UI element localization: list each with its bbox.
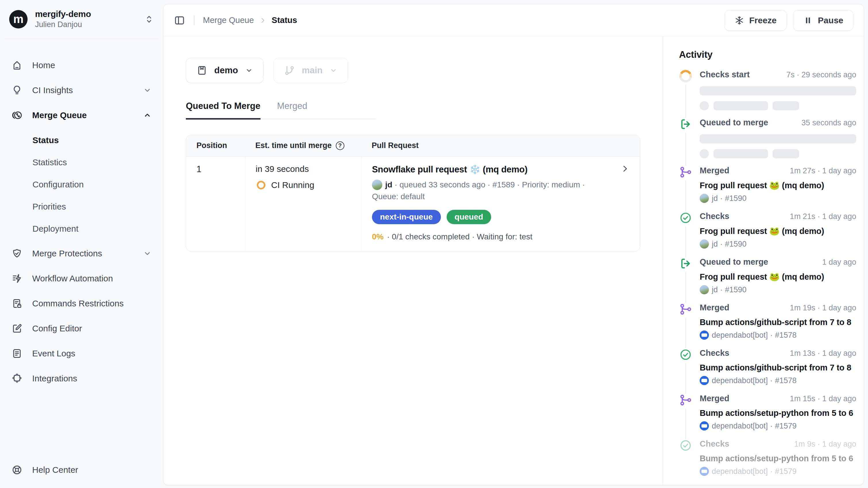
skeleton-bar xyxy=(713,149,768,159)
activity-icon-column xyxy=(679,348,692,394)
ci-status: CI Running xyxy=(256,180,351,191)
activity-pr-number[interactable]: #1579 xyxy=(775,422,797,431)
activity-item[interactable]: Checks1m 21s · 1 day agoFrog pull reques… xyxy=(679,211,856,257)
activity-pr-author: jd·#1590 xyxy=(700,194,856,203)
activity-item[interactable]: Merged1m 15s · 1 day agoBump actions/set… xyxy=(679,394,856,439)
tab-queued-to-merge[interactable]: Queued To Merge xyxy=(186,101,260,120)
snowflake-icon xyxy=(735,16,744,25)
activity-item[interactable]: Checks start7s · 29 seconds ago xyxy=(679,70,856,118)
lightbulb-icon xyxy=(11,85,22,96)
header-actions: Freeze Pause xyxy=(724,10,854,31)
sidebar-item-event-logs[interactable]: Event Logs xyxy=(5,342,159,365)
activity-item[interactable]: Merged1m 27s · 1 day agoFrog pull reques… xyxy=(679,166,856,211)
activity-pr-title[interactable]: Frog pull request 🐸 (mq demo) xyxy=(700,272,856,282)
sidebar-item-statistics[interactable]: Statistics xyxy=(5,151,159,173)
activity-event-title: Merged xyxy=(700,166,729,175)
chevron-right-icon[interactable] xyxy=(620,164,629,173)
pr-author: jd xyxy=(385,180,392,189)
activity-item[interactable]: Queued to merge1 day agoFrog pull reques… xyxy=(679,257,856,303)
sidebar-item-deployment[interactable]: Deployment xyxy=(5,218,159,240)
activity-pr-number[interactable]: #1590 xyxy=(725,194,746,203)
sidebar-nav: HomeCI InsightsMerge QueueStatusStatisti… xyxy=(5,54,159,390)
checks-running-spinner-icon xyxy=(679,70,692,83)
sidebar-item-help-center[interactable]: Help Center xyxy=(5,459,159,481)
git-merge-icon xyxy=(679,166,692,178)
activity-pr-number[interactable]: #1578 xyxy=(775,331,797,340)
activity-author-avatar xyxy=(700,421,709,431)
pause-icon xyxy=(803,16,813,25)
activity-author-avatar xyxy=(700,239,709,249)
freeze-button[interactable]: Freeze xyxy=(724,10,787,31)
activity-icon-column xyxy=(679,166,692,211)
sidebar-item-ci-insights[interactable]: CI Insights xyxy=(5,79,159,102)
sidebar-item-priorities[interactable]: Priorities xyxy=(5,195,159,218)
help-circle-icon[interactable]: ? xyxy=(336,141,344,150)
org-name: mergify-demo xyxy=(35,9,91,19)
chevron-down-icon xyxy=(143,86,152,94)
branch-selector-value: main xyxy=(302,65,322,76)
pr-title[interactable]: Snowflake pull request ❄️ (mq demo) xyxy=(372,164,527,175)
activity-pr-author: dependabot[bot]·#1578 xyxy=(700,331,856,340)
activity-event-time: 1m 9s · 1 day ago xyxy=(794,440,856,449)
sidebar-subitem-label: Statistics xyxy=(32,157,67,167)
sidebar-item-workflow-automation[interactable]: Workflow Automation xyxy=(5,267,159,290)
activity-icon-column xyxy=(679,211,692,257)
breadcrumb-section[interactable]: Merge Queue xyxy=(203,16,254,25)
activity-author-avatar xyxy=(700,467,709,476)
sidebar-item-label: Integrations xyxy=(32,374,77,383)
org-switcher[interactable]: m mergify-demo Julien Danjou xyxy=(5,7,159,39)
activity-pr-author: jd·#1590 xyxy=(700,239,856,249)
activity-item[interactable]: Checks1m 13s · 1 day agoBump actions/git… xyxy=(679,348,856,394)
activity-pr-number[interactable]: #1590 xyxy=(725,240,746,249)
sidebar-item-commands-restrictions[interactable]: Commands Restrictions xyxy=(5,292,159,315)
card-header: Merge Queue Status Freeze Pause xyxy=(163,4,864,36)
activity-pr-title[interactable]: Bump actions/setup-python from 5 to 6 xyxy=(700,454,856,463)
activity-pr-title[interactable]: Bump actions/github-script from 7 to 8 xyxy=(700,363,856,372)
activity-pr-title[interactable]: Bump actions/github-script from 7 to 8 xyxy=(700,318,856,327)
sidebar-item-label: Merge Queue xyxy=(32,110,87,120)
puzzle-icon xyxy=(11,373,22,384)
sidebar-item-configuration[interactable]: Configuration xyxy=(5,173,159,195)
repo-selector[interactable]: demo xyxy=(186,58,264,83)
sidebar: m mergify-demo Julien Danjou HomeCI Insi… xyxy=(0,0,163,488)
activity-pr-number[interactable]: #1579 xyxy=(775,467,797,476)
mergify-logo: m xyxy=(9,10,28,28)
activity-event-title: Checks xyxy=(700,439,729,449)
progress-meta: · 0/1 checks completed · Waiting for: te… xyxy=(387,232,532,241)
activity-icon-column xyxy=(679,257,692,303)
sidebar-toggle-icon[interactable] xyxy=(174,15,185,26)
activity-pr-title[interactable]: Frog pull request 🐸 (mq demo) xyxy=(700,226,856,236)
activity-item[interactable]: Checks1m 9s · 1 day agoBump actions/setu… xyxy=(679,439,856,485)
activity-event-time: 1m 21s · 1 day ago xyxy=(790,212,856,221)
timeline-connector xyxy=(685,181,686,211)
eta-value: in 39 seconds xyxy=(256,164,351,174)
queue-table-row[interactable]: 1in 39 secondsCI RunningSnowflake pull r… xyxy=(186,156,640,252)
activity-event-title: Merged xyxy=(700,394,729,403)
sidebar-item-integrations[interactable]: Integrations xyxy=(5,367,159,390)
sidebar-item-home[interactable]: Home xyxy=(5,54,159,77)
activity-event-time: 1m 19s · 1 day ago xyxy=(790,304,856,312)
sidebar-item-merge-protections[interactable]: Merge Protections xyxy=(5,242,159,265)
activity-pr-number[interactable]: #1590 xyxy=(725,285,746,294)
activity-author-avatar xyxy=(700,194,709,203)
branch-selector[interactable]: main xyxy=(273,58,348,83)
sidebar-item-status[interactable]: Status xyxy=(5,129,159,151)
activity-item[interactable]: Merged1m 19s · 1 day agoBump actions/git… xyxy=(679,303,856,348)
timeline-connector xyxy=(685,409,686,439)
sidebar-item-merge-queue[interactable]: Merge Queue xyxy=(5,104,159,126)
skeleton-row xyxy=(700,149,856,159)
org-info: mergify-demo Julien Danjou xyxy=(35,9,91,29)
activity-pr-title[interactable]: Bump actions/setup-python from 5 to 6 xyxy=(700,408,856,418)
sidebar-subnav: StatusStatisticsConfigurationPrioritiesD… xyxy=(5,129,159,240)
chevrons-up-down-icon[interactable] xyxy=(144,15,154,24)
activity-event-time: 35 seconds ago xyxy=(801,118,856,127)
merge-queue-icon xyxy=(11,110,22,121)
sidebar-item-config-editor[interactable]: Config Editor xyxy=(5,317,159,340)
activity-pr-number[interactable]: #1578 xyxy=(775,376,797,385)
badge-queued: queued xyxy=(447,210,491,224)
activity-item[interactable]: Queued to merge35 seconds ago xyxy=(679,118,856,166)
pause-button[interactable]: Pause xyxy=(793,10,854,31)
queue-table-body: 1in 39 secondsCI RunningSnowflake pull r… xyxy=(186,156,640,252)
tab-merged[interactable]: Merged xyxy=(277,101,307,119)
activity-pr-title[interactable]: Frog pull request 🐸 (mq demo) xyxy=(700,180,856,190)
